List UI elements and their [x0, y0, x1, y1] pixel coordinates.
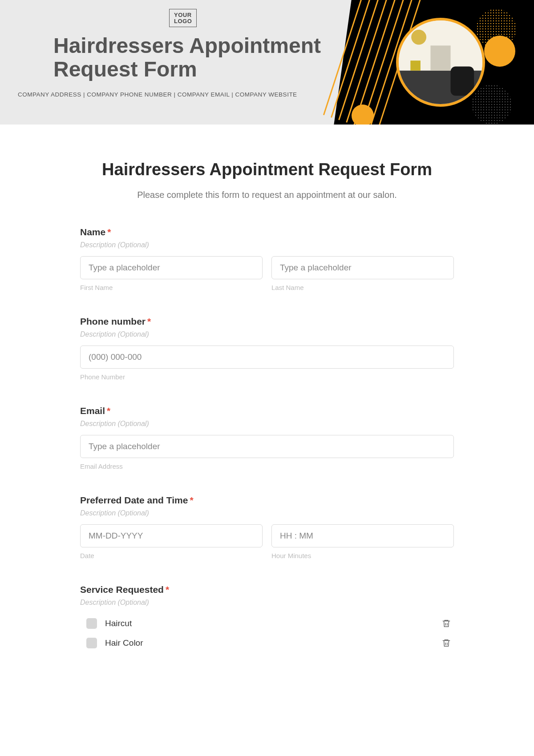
name-label: Name* — [80, 227, 454, 237]
first-name-sublabel: First Name — [80, 284, 263, 291]
field-datetime: Preferred Date and Time* Description (Op… — [80, 495, 454, 559]
form-intro: Please complete this form to request an … — [80, 190, 454, 200]
checkbox[interactable] — [86, 638, 97, 648]
last-name-sublabel: Last Name — [271, 284, 454, 291]
checkbox[interactable] — [86, 618, 97, 629]
option-label[interactable]: Haircut — [105, 619, 441, 628]
svg-rect-2 — [430, 45, 450, 70]
service-label: Service Requested* — [80, 584, 454, 595]
salon-photo — [396, 18, 485, 107]
trash-icon[interactable] — [441, 619, 451, 628]
last-name-input[interactable] — [271, 256, 454, 279]
logo-placeholder: YOUR LOGO — [169, 9, 197, 27]
field-description[interactable]: Description (Optional) — [80, 241, 454, 249]
required-asterisk: * — [147, 316, 151, 326]
header-title: Hairdressers Appointment Request Form — [53, 34, 356, 81]
label-text: Phone number — [80, 316, 146, 326]
svg-rect-5 — [410, 60, 421, 71]
time-sublabel: Hour Minutes — [271, 552, 454, 559]
label-text: Name — [80, 227, 105, 237]
field-name: Name* Description (Optional) First Name … — [80, 227, 454, 291]
field-description[interactable]: Description (Optional) — [80, 599, 454, 607]
option-label[interactable]: Hair Color — [105, 638, 441, 648]
required-asterisk: * — [190, 495, 193, 505]
svg-point-4 — [411, 30, 426, 45]
first-name-input[interactable] — [80, 256, 263, 279]
service-option: Haircut — [80, 614, 454, 633]
phone-label: Phone number* — [80, 316, 454, 327]
decor-circle — [352, 105, 374, 125]
form-title: Hairdressers Appointment Request Form — [80, 160, 454, 179]
phone-sublabel: Phone Number — [80, 373, 454, 381]
form-header-banner: YOUR LOGO Hairdressers Appointment Reque… — [0, 0, 534, 125]
decor-dots-dark — [472, 84, 512, 125]
time-input[interactable] — [271, 524, 454, 547]
field-service: Service Requested* Description (Optional… — [80, 584, 454, 653]
field-description[interactable]: Description (Optional) — [80, 330, 454, 338]
field-description[interactable]: Description (Optional) — [80, 420, 454, 428]
email-sublabel: Email Address — [80, 462, 454, 470]
required-asterisk: * — [107, 227, 111, 237]
email-input[interactable] — [80, 435, 454, 458]
label-text: Preferred Date and Time — [80, 495, 188, 505]
form-body: Hairdressers Appointment Request Form Pl… — [53, 125, 481, 680]
svg-rect-3 — [451, 66, 474, 96]
header-subline: COMPANY ADDRESS | COMPANY PHONE NUMBER |… — [18, 91, 356, 98]
trash-icon[interactable] — [441, 638, 451, 648]
phone-input[interactable] — [80, 346, 454, 369]
field-phone: Phone number* Description (Optional) Pho… — [80, 316, 454, 381]
field-email: Email* Description (Optional) Email Addr… — [80, 406, 454, 470]
required-asterisk: * — [107, 406, 110, 416]
email-label: Email* — [80, 406, 454, 416]
datetime-label: Preferred Date and Time* — [80, 495, 454, 506]
label-text: Service Requested — [80, 584, 164, 595]
label-text: Email — [80, 406, 105, 416]
date-sublabel: Date — [80, 552, 263, 559]
field-description[interactable]: Description (Optional) — [80, 509, 454, 517]
date-input[interactable] — [80, 524, 263, 547]
decor-circle — [484, 36, 515, 67]
required-asterisk: * — [166, 584, 169, 595]
service-option: Hair Color — [80, 633, 454, 653]
